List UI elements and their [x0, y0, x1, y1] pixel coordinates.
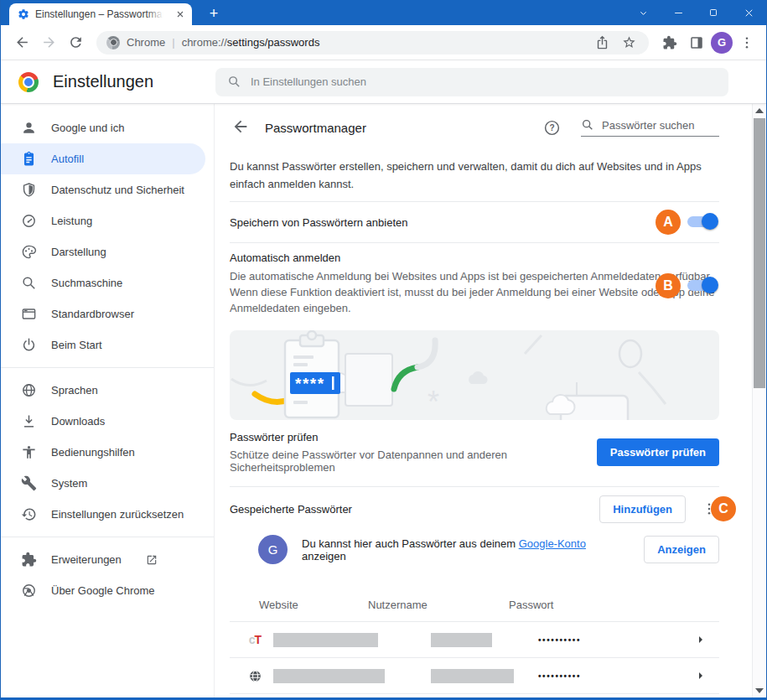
sidebar-item-system[interactable]: System: [1, 468, 205, 499]
google-konto-link[interactable]: Google-Konto: [519, 537, 586, 550]
address-bar[interactable]: Chrome | chrome://settings/passwords: [96, 31, 649, 54]
window-minimize-button[interactable]: [661, 0, 696, 25]
chrome-logo-icon: [18, 72, 39, 92]
bookmark-star-icon[interactable]: [619, 33, 639, 53]
power-icon: [21, 337, 37, 353]
sidebar-item-erweiterungen[interactable]: Erweiterungen: [1, 544, 205, 575]
sidebar-item-leistung[interactable]: Leistung: [1, 205, 205, 236]
show-account-passwords-button[interactable]: Anzeigen: [644, 536, 719, 563]
sidebar-item-label: Bedienungshilfen: [51, 446, 135, 459]
password-table-row[interactable]: ••••••••••: [230, 658, 719, 694]
scrollbar-thumb[interactable]: [754, 118, 765, 388]
site-label: Chrome: [127, 36, 165, 49]
password-check-button[interactable]: Passwörter prüfen: [597, 438, 719, 466]
window-close-button[interactable]: [731, 0, 766, 25]
settings-gear-icon: [18, 8, 29, 20]
redacted-website: [273, 633, 378, 647]
chevron-right-icon[interactable]: [694, 669, 707, 682]
sidebar-item-label: Sprachen: [51, 384, 98, 397]
settings-search-input[interactable]: [251, 75, 702, 88]
sidebar-item-label: Standardbrowser: [51, 308, 134, 320]
chrome-site-icon: [106, 36, 120, 49]
page-header: Passwortmanager ?: [230, 104, 719, 151]
sidebar-item-datenschutz[interactable]: Datenschutz und Sicherheit: [1, 174, 205, 205]
auto-signin-toggle[interactable]: [687, 280, 716, 291]
sidebar-item-bedienungshilfen[interactable]: Bedienungshilfen: [1, 437, 205, 468]
settings-header: Einstellungen: [1, 60, 766, 104]
settings-content: Passwortmanager ? Du kannst Passwörter e…: [215, 104, 752, 697]
offer-save-passwords-label: Speichern von Passwörtern anbieten: [230, 216, 407, 229]
content-scrollbar[interactable]: [752, 104, 766, 697]
profile-avatar[interactable]: G: [711, 32, 733, 54]
autofill-clipboard-icon: [21, 151, 37, 167]
side-panel-icon[interactable]: [684, 30, 709, 55]
masked-password: ••••••••••: [538, 635, 581, 645]
window-chevron-button[interactable]: [625, 0, 661, 25]
sidebar-item-google-und-ich[interactable]: Google und ich: [1, 112, 205, 143]
sidebar-item-label: Über Google Chrome: [51, 584, 155, 597]
google-account-text: Du kannst hier auch Passwörter aus deine…: [302, 537, 630, 563]
redacted-website: [273, 669, 385, 683]
annotation-badge-a: A: [656, 210, 681, 235]
share-icon[interactable]: [592, 33, 612, 53]
sidebar-item-autofill[interactable]: Autofill: [1, 143, 205, 174]
search-icon: [581, 118, 594, 132]
sidebar-item-label: Erweiterungen: [51, 553, 122, 566]
sidebar-item-sprachen[interactable]: Sprachen: [1, 375, 205, 406]
password-check-illustration: **** *: [230, 330, 719, 420]
history-reset-icon: [21, 506, 37, 522]
browser-window: Einstellungen – Passwortmanager + Chrome…: [0, 0, 767, 700]
browser-tab[interactable]: Einstellungen – Passwortmanager: [9, 3, 192, 25]
tab-close-icon[interactable]: [174, 8, 187, 21]
sidebar-item-ueber-chrome[interactable]: Über Google Chrome: [1, 575, 205, 606]
sidebar-item-downloads[interactable]: Downloads: [1, 406, 205, 437]
browser-window-icon: [21, 306, 37, 322]
scrollbar-down-arrow[interactable]: [755, 688, 764, 693]
browser-menu-kebab-icon[interactable]: [734, 30, 759, 55]
page-title: Passwortmanager: [265, 121, 366, 135]
window-controls: [625, 0, 766, 25]
offer-save-passwords-row: Speichern von Passwörtern anbieten A: [230, 202, 719, 242]
new-tab-button[interactable]: +: [204, 5, 224, 23]
saved-passwords-title: Gespeicherte Passwörter: [230, 503, 599, 516]
saved-passwords-header: Gespeicherte Passwörter Hinzufügen C: [230, 487, 719, 531]
reload-button[interactable]: [63, 30, 88, 55]
sidebar-item-label: Leistung: [51, 215, 92, 227]
sidebar-item-beim-start[interactable]: Beim Start: [1, 329, 205, 360]
puzzle-icon: [21, 552, 37, 568]
password-check-subtitle: Schütze deine Passwörter vor Datenpannen…: [230, 449, 597, 474]
globe-favicon: [247, 668, 262, 683]
sidebar-item-label: Autofill: [51, 153, 84, 165]
ct-favicon: cT: [247, 632, 262, 647]
globe-icon: [21, 382, 37, 398]
person-icon: [21, 120, 37, 136]
password-table-row-partial[interactable]: 2021: [230, 694, 719, 697]
back-arrow-icon[interactable]: [231, 117, 251, 137]
sidebar-item-standardbrowser[interactable]: Standardbrowser: [1, 298, 205, 329]
help-icon[interactable]: ?: [543, 119, 561, 137]
password-search-input[interactable]: [602, 119, 707, 132]
extensions-icon[interactable]: [657, 30, 682, 55]
sidebar-item-zuruecksetzen[interactable]: Einstellungen zurücksetzen: [1, 499, 205, 530]
password-check-row: Passwörter prüfen Schütze deine Passwört…: [230, 420, 719, 486]
chevron-right-icon[interactable]: [694, 633, 707, 646]
back-button[interactable]: [9, 30, 34, 55]
offer-save-passwords-toggle[interactable]: [687, 216, 716, 227]
settings-search[interactable]: [215, 68, 728, 96]
scrollbar-up-arrow[interactable]: [755, 108, 764, 113]
svg-text:*: *: [428, 385, 439, 419]
sidebar-item-label: Beim Start: [51, 339, 102, 351]
titlebar: Einstellungen – Passwortmanager +: [1, 0, 766, 25]
chrome-logo-icon: [21, 583, 37, 599]
wrench-icon: [21, 475, 37, 491]
illustration-password-text: ****: [295, 375, 325, 392]
password-table-row[interactable]: cT ••••••••••: [230, 622, 719, 658]
window-maximize-button[interactable]: [696, 0, 731, 25]
sidebar-item-label: System: [51, 477, 87, 490]
sidebar-item-suchmaschine[interactable]: Suchmaschine: [1, 267, 205, 298]
svg-text:?: ?: [549, 123, 554, 132]
password-search[interactable]: [581, 118, 719, 137]
sidebar-item-darstellung[interactable]: Darstellung: [1, 236, 205, 267]
add-password-button[interactable]: Hinzufügen: [599, 495, 686, 523]
forward-button[interactable]: [36, 30, 61, 55]
